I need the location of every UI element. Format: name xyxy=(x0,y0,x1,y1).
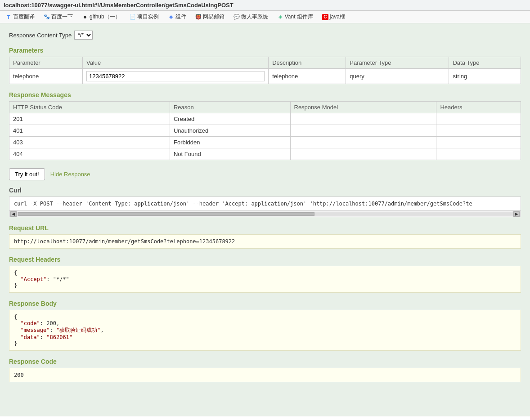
resp-cell-reason-403: Forbidden xyxy=(170,137,290,148)
response-code-title: Response Code xyxy=(9,356,521,368)
request-url-value: http://localhost:10077/admin/member/getS… xyxy=(9,234,521,249)
bookmark-java-label: java框 xyxy=(330,13,345,21)
rb-key-message: "message" xyxy=(20,327,49,333)
rb-indent3 xyxy=(14,334,20,340)
telephone-input[interactable] xyxy=(86,71,265,81)
response-messages-section-title: Response Messages xyxy=(9,89,521,101)
micro-icon: 💬 xyxy=(234,14,240,20)
resp-col-headers: Headers xyxy=(436,102,521,113)
resp-cell-reason-401: Unauthorized xyxy=(170,125,290,137)
bookmark-netease[interactable]: 👹 网易邮箱 xyxy=(193,12,226,22)
rb-colon2: : xyxy=(49,327,56,333)
json-indent xyxy=(14,276,20,282)
scroll-left-arrow[interactable]: ◀ xyxy=(10,211,17,217)
bookmark-micro[interactable]: 💬 微人事系统 xyxy=(232,12,270,22)
scroll-track[interactable] xyxy=(18,212,512,216)
main-content: Response Content Type */* Parameters Par… xyxy=(0,23,530,416)
param-col-datatype: Data Type xyxy=(449,57,521,69)
param-cell-value[interactable] xyxy=(82,69,268,84)
param-cell-data-type: string xyxy=(449,69,521,84)
param-cell-parameter: telephone xyxy=(9,69,83,84)
table-row: 403 Forbidden xyxy=(9,137,521,148)
bookmark-vant-label: Vant 组件库 xyxy=(285,13,313,21)
resp-cell-model-403 xyxy=(290,137,436,148)
try-it-out-button[interactable]: Try it out! xyxy=(9,168,45,180)
bookmark-netease-label: 网易邮箱 xyxy=(203,13,225,21)
request-url-title: Request URL xyxy=(9,223,521,234)
response-code-section: Response Code 200 xyxy=(9,356,521,382)
translate-icon: T xyxy=(5,14,12,20)
resp-cell-headers-404 xyxy=(436,148,521,160)
bookmark-translate[interactable]: T 百度翻译 xyxy=(4,12,36,22)
bookmark-github-label: github（一） xyxy=(90,13,121,21)
curl-section: Curl curl -X POST --header 'Content-Type… xyxy=(9,185,521,217)
scroll-thumb[interactable] xyxy=(18,212,314,216)
components-icon: ◆ xyxy=(168,14,174,20)
resp-cell-headers-403 xyxy=(436,137,521,148)
response-body-section: Response Body { "code": 200, "message": … xyxy=(9,298,521,351)
bookmark-components[interactable]: ◆ 组件 xyxy=(166,12,188,22)
request-headers-title: Request Headers xyxy=(9,254,521,266)
param-cell-description: telephone xyxy=(269,69,346,84)
response-messages-table: HTTP Status Code Reason Response Model H… xyxy=(9,101,521,160)
rb-brace-close: } xyxy=(14,340,17,347)
parameters-table: Parameter Value Description Parameter Ty… xyxy=(9,57,521,84)
json-brace-open: { xyxy=(14,270,17,276)
bookmark-java[interactable]: C java框 xyxy=(320,12,347,22)
bookmark-components-label: 组件 xyxy=(175,13,186,21)
bookmark-vant[interactable]: ◈ Vant 组件库 xyxy=(275,12,315,22)
bookmark-github[interactable]: ● github（一） xyxy=(80,12,122,22)
bookmark-translate-label: 百度翻译 xyxy=(13,13,35,21)
scroll-right-arrow[interactable]: ▶ xyxy=(513,211,520,217)
baidu-icon: 🐾 xyxy=(44,14,50,20)
response-code-value: 200 xyxy=(9,368,521,382)
resp-cell-reason-404: Not Found xyxy=(170,148,290,160)
request-url-section: Request URL http://localhost:10077/admin… xyxy=(9,223,521,249)
json-key-accept: "Accept" xyxy=(20,276,46,282)
resp-cell-model-401 xyxy=(290,125,436,137)
try-it-row: Try it out! Hide Response xyxy=(9,165,521,185)
response-header-row: HTTP Status Code Reason Response Model H… xyxy=(9,102,521,113)
hide-response-link[interactable]: Hide Response xyxy=(50,171,90,178)
bookmark-project[interactable]: 📄 项目实例 xyxy=(128,12,161,22)
bookmarks-bar: T 百度翻译 🐾 百度一下 ● github（一） 📄 项目实例 ◆ 组件 👹 … xyxy=(0,11,530,23)
resp-cell-reason-201: Created xyxy=(170,113,290,125)
rb-colon1: : xyxy=(40,320,46,326)
resp-col-reason: Reason xyxy=(170,102,290,113)
response-content-type-select[interactable]: */* xyxy=(74,31,93,40)
param-col-description: Description xyxy=(269,57,346,69)
rb-val-message: "获取验证码成功" xyxy=(56,327,100,333)
parameters-section-title: Parameters xyxy=(9,45,521,57)
rb-comma1: , xyxy=(56,320,59,326)
json-val-accept: "*/*" xyxy=(53,276,69,282)
bookmark-baidu[interactable]: 🐾 百度一下 xyxy=(42,12,75,22)
url-text: localhost:10077/swagger-ui.html#!/UmsMem… xyxy=(4,2,234,9)
rb-colon3: : xyxy=(40,334,46,340)
bookmark-baidu-label: 百度一下 xyxy=(51,13,73,21)
github-icon: ● xyxy=(82,14,88,20)
bookmark-project-label: 项目实例 xyxy=(137,13,159,21)
resp-cell-headers-201 xyxy=(436,113,521,125)
curl-command: curl -X POST --header 'Content-Type: app… xyxy=(9,197,521,210)
resp-cell-model-404 xyxy=(290,148,436,160)
rb-val-code: 200 xyxy=(46,320,56,326)
table-row: 404 Not Found xyxy=(9,148,521,160)
response-content-type-label: Response Content Type xyxy=(9,32,72,39)
param-col-type: Parameter Type xyxy=(346,57,449,69)
resp-cell-model-201 xyxy=(290,113,436,125)
params-header-row: Parameter Value Description Parameter Ty… xyxy=(9,57,521,69)
param-col-parameter: Parameter xyxy=(9,57,83,69)
resp-cell-code-403: 403 xyxy=(9,137,170,148)
json-colon: : xyxy=(46,276,53,282)
response-body-title: Response Body xyxy=(9,298,521,310)
rb-indent2 xyxy=(14,327,20,333)
rb-brace-open: { xyxy=(14,314,17,320)
curl-scrollbar[interactable]: ◀ ▶ xyxy=(9,210,521,217)
resp-cell-headers-401 xyxy=(436,125,521,137)
project-icon: 📄 xyxy=(130,14,136,20)
resp-col-model: Response Model xyxy=(290,102,436,113)
rb-indent1 xyxy=(14,320,20,326)
curl-title: Curl xyxy=(9,185,521,197)
rb-key-code: "code" xyxy=(20,320,40,326)
param-col-value: Value xyxy=(82,57,268,69)
